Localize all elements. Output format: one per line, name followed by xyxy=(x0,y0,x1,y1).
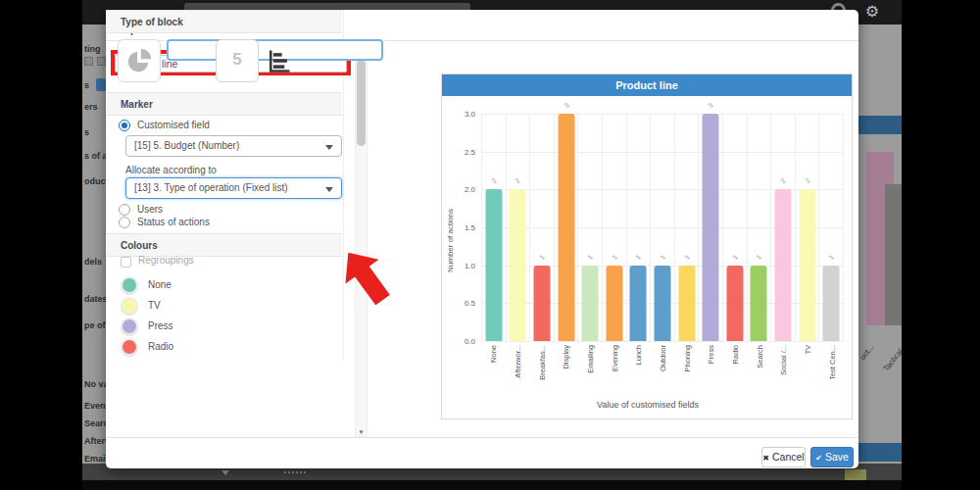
y-tick-label: 1.0 xyxy=(450,262,475,270)
block-type-pie-button[interactable] xyxy=(118,39,161,82)
chevron-down-icon xyxy=(325,145,333,150)
category-slot: 1 xyxy=(818,114,844,341)
background-axis-label: uct... xyxy=(858,343,876,362)
background-sidebar-item: Searc xyxy=(84,418,106,428)
y-axis-label: Number of actions xyxy=(446,182,458,300)
bar-value-label: 1 xyxy=(659,253,666,260)
number-icon: 5 xyxy=(232,50,241,69)
bar-value-label: 1 xyxy=(586,253,594,260)
category-slot: 2 xyxy=(506,114,530,341)
x-tick: Afterwor... xyxy=(506,343,530,398)
chevron-down-icon xyxy=(325,187,333,192)
bar-value-label: 3 xyxy=(707,102,714,109)
background-toolbar-button xyxy=(97,57,106,66)
colour-swatch-label: None xyxy=(148,279,172,290)
bar-value-label: 2 xyxy=(490,177,498,184)
bar xyxy=(678,266,695,341)
cancel-button[interactable]: ✖Cancel xyxy=(761,447,806,467)
regroupings-label: Regroupings xyxy=(138,255,194,266)
scrollbar-thumb[interactable] xyxy=(357,60,366,146)
bar xyxy=(510,189,526,341)
background-sidebar-item: ers xyxy=(84,102,106,112)
bar xyxy=(774,189,791,341)
background-sidebar-item: pe of xyxy=(84,320,106,330)
block-type-number-button[interactable]: 5 xyxy=(216,39,259,82)
bar xyxy=(726,266,743,341)
background-sidebar-item: Evenin xyxy=(84,401,106,411)
category-slot: 2 xyxy=(770,114,795,341)
background-sidebar: tingsersss of aoductdelsdatespe ofNo vaE… xyxy=(82,24,106,464)
colour-swatch[interactable] xyxy=(121,297,138,315)
background-accent-button xyxy=(96,78,106,91)
bar xyxy=(485,189,502,341)
category-slot: 3 xyxy=(698,114,722,341)
regroupings-checkbox[interactable] xyxy=(121,257,131,268)
category-slot: 3 xyxy=(554,114,578,341)
bar xyxy=(558,114,574,341)
x-tick-label: None xyxy=(489,345,498,363)
bar-value-label: 1 xyxy=(731,253,739,260)
x-tick-label: Lunch xyxy=(634,345,643,365)
y-tick-label: 2.5 xyxy=(450,148,475,157)
bar-chart-icon xyxy=(266,47,293,74)
background-sidebar-item: s of a xyxy=(84,151,106,161)
y-tick-label: 2.0 xyxy=(450,185,475,194)
gear-icon: ⚙ xyxy=(862,2,882,22)
radio-customised-field[interactable] xyxy=(119,120,130,131)
category-slot: 2 xyxy=(795,114,819,341)
allocate-select[interactable]: [13] 3. Type of operation (Fixed list) xyxy=(125,177,342,199)
bar-value-label: 1 xyxy=(611,253,618,260)
x-tick-label: Press xyxy=(707,345,715,364)
radio-status-of-actions[interactable] xyxy=(119,217,130,228)
category-slot: 1 xyxy=(674,114,699,341)
category-slot: 1 xyxy=(602,114,626,341)
background-sidebar-item: dates xyxy=(84,294,106,304)
category-slot: 2 xyxy=(481,114,506,341)
x-tick-label: Evening xyxy=(610,345,618,371)
x-tick: Breakfas... xyxy=(529,343,554,398)
x-tick: Test Cen... xyxy=(819,343,844,398)
x-tick: Outdoor xyxy=(651,343,675,398)
allocate-label: Allocate according to xyxy=(125,165,217,175)
x-tick: None xyxy=(481,343,506,398)
pie-chart-icon xyxy=(124,46,154,75)
close-icon: ✖ xyxy=(762,454,769,463)
scroll-down-icon[interactable]: ▼ xyxy=(356,429,367,435)
x-tick: Emailing xyxy=(578,343,603,398)
bar-value-label: 1 xyxy=(755,253,762,260)
colour-swatch[interactable] xyxy=(121,318,138,335)
category-slot: 1 xyxy=(529,114,554,341)
x-tick-label: Outdoor xyxy=(659,345,667,371)
colour-swatch[interactable] xyxy=(121,338,138,356)
x-tick: TV xyxy=(796,343,820,398)
background-sidebar-item: dels xyxy=(84,257,106,267)
gridline xyxy=(481,341,844,342)
background-bottom-bar xyxy=(82,480,902,490)
colour-swatch[interactable] xyxy=(121,276,138,294)
bar xyxy=(703,114,719,341)
section-header-colours: Colours xyxy=(106,233,342,257)
bar-value-label: 1 xyxy=(538,253,546,260)
x-tick-label: Radio xyxy=(731,345,740,365)
x-tick-label: Afterwor... xyxy=(514,345,522,378)
bar-value-label: 2 xyxy=(514,177,521,184)
radio-users[interactable] xyxy=(119,204,130,216)
section-header-type-of-block: Type of block xyxy=(106,10,342,33)
x-tick: Lunch xyxy=(626,343,651,398)
x-tick-label: Test Cen... xyxy=(827,345,836,380)
x-tick-label: Phoning xyxy=(682,345,691,372)
category-slot: 1 xyxy=(722,114,747,341)
customised-field-select[interactable]: [15] 5. Budget (Number) xyxy=(125,135,342,157)
save-button[interactable]: ✔Save xyxy=(810,447,854,467)
x-tick-label: TV xyxy=(804,345,812,355)
category-slot: 1 xyxy=(577,114,602,341)
x-tick: Social /... xyxy=(771,343,796,398)
background-sidebar-item: Afterw xyxy=(84,436,106,446)
background-toolbar-button xyxy=(84,57,93,66)
y-tick-label: 0.0 xyxy=(450,337,475,346)
x-tick: Search xyxy=(747,343,771,398)
y-tick-label: 0.5 xyxy=(450,299,475,308)
background-right-panel: uct... Tactical xyxy=(858,24,902,464)
radio-customised-field-label: Customised field xyxy=(137,120,210,130)
chart-title: Product line xyxy=(442,74,852,96)
